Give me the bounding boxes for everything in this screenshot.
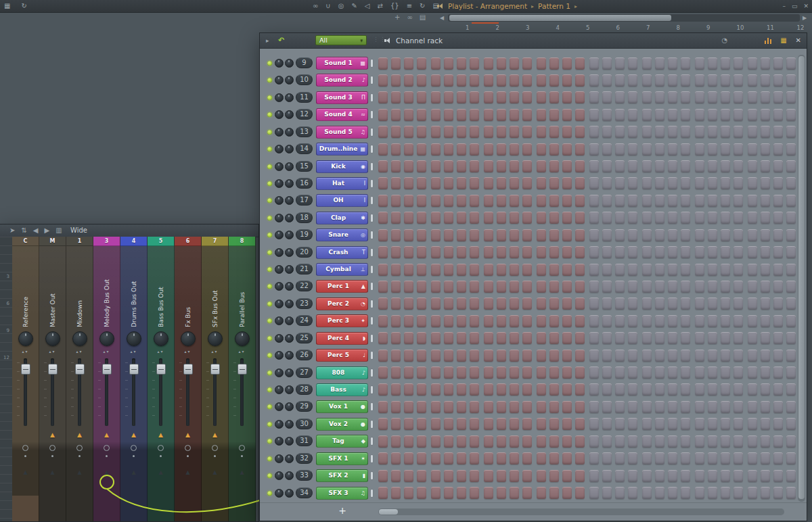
step-cell[interactable] <box>655 298 664 310</box>
step-cell[interactable] <box>562 350 572 362</box>
step-cell[interactable] <box>655 229 664 241</box>
step-cell[interactable] <box>497 298 506 310</box>
step-cell[interactable] <box>655 264 664 276</box>
step-cell[interactable] <box>431 264 441 276</box>
step-cell[interactable] <box>417 452 426 465</box>
step-cell[interactable] <box>681 91 690 103</box>
step-cell[interactable] <box>378 109 388 121</box>
step-cell[interactable] <box>708 281 717 293</box>
step-cell[interactable] <box>655 143 664 156</box>
channel-volume-knob[interactable] <box>285 214 294 222</box>
step-cell[interactable] <box>522 195 532 207</box>
step-cell[interactable] <box>628 401 637 413</box>
step-cell[interactable] <box>695 332 704 344</box>
step-cell[interactable] <box>575 452 585 465</box>
step-cell[interactable] <box>562 264 572 276</box>
step-cell[interactable] <box>668 332 677 344</box>
record-arm-icon[interactable] <box>49 445 55 451</box>
step-cell[interactable] <box>404 298 413 310</box>
step-cell[interactable] <box>668 195 677 207</box>
step-cell[interactable] <box>786 281 796 293</box>
mixer-track-number[interactable]: 9 <box>296 57 313 68</box>
mixer-track-number[interactable]: 30 <box>296 419 313 429</box>
step-cell[interactable] <box>761 332 770 344</box>
channel-button[interactable]: SFX 1✶ <box>316 452 368 465</box>
step-cell[interactable] <box>391 177 401 189</box>
step-cell[interactable] <box>575 264 585 276</box>
step-cell[interactable] <box>444 109 453 121</box>
step-cell[interactable] <box>708 383 717 396</box>
step-cell[interactable] <box>562 246 572 258</box>
step-cell[interactable] <box>602 350 612 362</box>
step-cell[interactable] <box>378 487 388 499</box>
step-cell[interactable] <box>537 350 546 362</box>
step-cell[interactable] <box>734 315 743 327</box>
step-cell[interactable] <box>615 57 625 70</box>
step-cell[interactable] <box>510 332 519 344</box>
step-cell[interactable] <box>470 332 479 344</box>
undo-icon[interactable]: ↶ <box>278 36 284 45</box>
step-cell[interactable] <box>628 264 637 276</box>
step-cell[interactable] <box>628 383 637 396</box>
step-cell[interactable] <box>497 177 506 189</box>
step-cell[interactable] <box>431 177 441 189</box>
step-cell[interactable] <box>484 298 493 310</box>
channel-volume-knob[interactable] <box>285 369 294 377</box>
fader-handle[interactable] <box>183 364 193 375</box>
step-cell[interactable] <box>431 298 441 310</box>
step-cell[interactable] <box>668 212 677 224</box>
step-cell[interactable] <box>444 487 453 499</box>
channel-button[interactable]: Bass♪ <box>316 383 368 396</box>
step-cell[interactable] <box>708 264 717 276</box>
step-cell[interactable] <box>562 281 572 293</box>
step-cell[interactable] <box>575 160 585 172</box>
step-cell[interactable] <box>708 298 717 310</box>
send-arrow-icon[interactable]: ▲ <box>39 469 66 475</box>
step-cell[interactable] <box>510 57 519 70</box>
step-cell[interactable] <box>537 401 546 413</box>
step-cell[interactable] <box>549 126 559 138</box>
step-cell[interactable] <box>470 126 479 138</box>
record-arm-icon[interactable] <box>131 445 137 451</box>
step-cell[interactable] <box>537 109 546 121</box>
step-cell[interactable] <box>522 281 532 293</box>
step-cell[interactable] <box>431 143 441 156</box>
channel-enable-led[interactable] <box>267 250 272 255</box>
step-cell[interactable] <box>562 435 572 448</box>
step-cell[interactable] <box>431 487 441 499</box>
step-cell[interactable] <box>773 487 783 499</box>
step-cell[interactable] <box>497 74 506 87</box>
step-cell[interactable] <box>470 470 479 482</box>
step-cell[interactable] <box>708 195 717 207</box>
channel-enable-led[interactable] <box>267 216 272 220</box>
step-cell[interactable] <box>655 177 664 189</box>
step-cell[interactable] <box>537 487 546 499</box>
step-cell[interactable] <box>497 126 506 138</box>
channel-button[interactable]: CrashT <box>316 246 368 259</box>
step-cell[interactable] <box>695 264 704 276</box>
step-cell[interactable] <box>773 383 783 396</box>
step-cell[interactable] <box>497 418 506 430</box>
channel-enable-led[interactable] <box>267 404 272 409</box>
step-cell[interactable] <box>457 109 466 121</box>
step-cell[interactable] <box>457 177 466 189</box>
step-cell[interactable] <box>786 298 796 310</box>
step-cell[interactable] <box>681 332 690 344</box>
step-cell[interactable] <box>431 212 441 224</box>
step-cell[interactable] <box>748 160 757 172</box>
step-cell[interactable] <box>589 315 599 327</box>
step-cell[interactable] <box>602 383 612 396</box>
step-cell[interactable] <box>549 160 559 172</box>
step-cell[interactable] <box>615 195 625 207</box>
step-cell[interactable] <box>655 470 664 482</box>
step-cell[interactable] <box>615 418 625 430</box>
mixer-strip[interactable]: CReference▴▾▲ <box>12 237 39 521</box>
step-cell[interactable] <box>562 74 572 87</box>
step-cell[interactable] <box>575 487 585 499</box>
step-cell[interactable] <box>457 315 466 327</box>
mixer-track-number[interactable]: 20 <box>296 247 313 258</box>
step-cell[interactable] <box>786 160 796 172</box>
step-cell[interactable] <box>681 264 690 276</box>
step-cell[interactable] <box>575 143 585 156</box>
step-cell[interactable] <box>444 177 453 189</box>
